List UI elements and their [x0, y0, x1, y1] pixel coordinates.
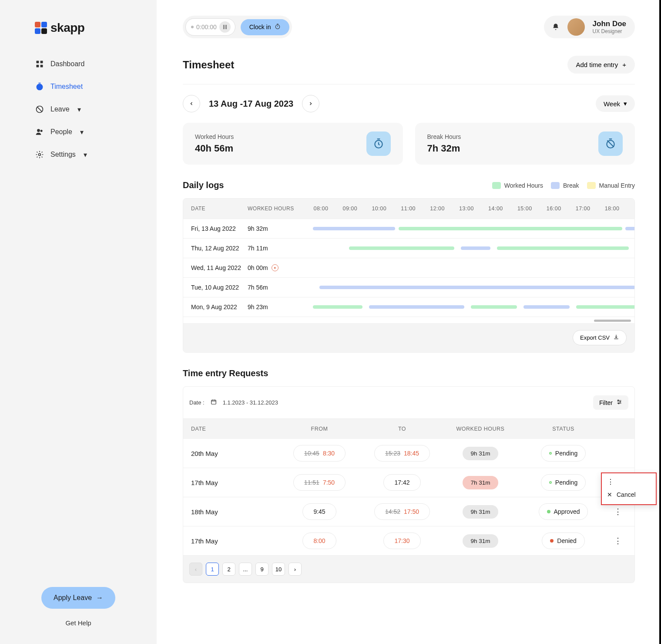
sidebar-item-leave[interactable]: Leave ▾ — [35, 101, 122, 118]
worked-hours-pill: 7h 31m — [463, 476, 498, 489]
stat-label: Worked Hours — [195, 133, 234, 140]
to-pill: 14:5217:50 — [374, 503, 430, 520]
worked-hours-pill: 9h 31m — [463, 505, 498, 519]
sidebar-item-label: Timesheet — [50, 83, 83, 91]
daily-log-row[interactable]: Tue, 10 Aug 20227h 56m — [183, 277, 634, 297]
date-filter-range[interactable]: 1.1.2023 - 31.12.2023 — [223, 399, 278, 406]
get-help-link[interactable]: Get Help — [65, 619, 91, 627]
page-title: Timesheet — [183, 59, 234, 71]
row-worked-hours: 7h 56m — [248, 284, 298, 291]
svg-rect-3 — [40, 65, 43, 67]
main-content: 0:00:00 Clock in John Doe UX Designer Ti… — [157, 0, 661, 644]
page-button[interactable]: 9 — [255, 563, 268, 576]
hour-label: 10:00 — [365, 206, 394, 212]
apply-leave-button[interactable]: Apply Leave → — [41, 587, 115, 609]
close-icon: ✕ — [607, 491, 612, 498]
timeline-bar — [298, 246, 627, 250]
svg-rect-1 — [40, 61, 43, 64]
arrow-right-icon: → — [96, 594, 103, 602]
request-date: 18th May — [191, 508, 278, 516]
page-button[interactable]: 1 — [206, 563, 219, 576]
prev-week-button[interactable] — [183, 95, 200, 112]
chevron-down-icon: ▾ — [77, 105, 81, 114]
cancel-label: Cancel — [617, 491, 636, 498]
record-dot-icon — [191, 26, 194, 28]
to-pill: 15:2318:45 — [374, 445, 430, 462]
clock-in-label: Clock in — [249, 24, 271, 30]
hour-label: 14:00 — [481, 206, 510, 212]
to-pill: 17:30 — [383, 533, 420, 549]
daily-log-row[interactable]: Mon, 9 Aug 20229h 23m — [183, 297, 634, 317]
daily-log-row[interactable]: Wed, 11 Aug 20220h 00m● — [183, 258, 634, 277]
page-next-button[interactable]: › — [289, 563, 302, 576]
stopwatch-icon — [366, 131, 391, 156]
export-csv-button[interactable]: Export CSV — [573, 330, 627, 345]
logo-icon — [35, 22, 47, 34]
row-worked-hours: 9h 32m — [248, 225, 298, 232]
page-button[interactable]: 2 — [222, 563, 235, 576]
sidebar-item-label: Settings — [50, 151, 76, 158]
to-pill: 17:42 — [383, 474, 420, 491]
request-date: 17th May — [191, 537, 278, 545]
pause-button[interactable] — [219, 21, 231, 33]
sidebar-item-timesheet[interactable]: Timesheet — [35, 78, 122, 95]
timeline-bar — [298, 266, 627, 270]
row-actions-popup: ⋮ ✕ Cancel — [601, 472, 657, 505]
status-pill: Pending — [541, 445, 586, 462]
more-icon[interactable]: ⋮ — [607, 478, 651, 486]
apply-leave-label: Apply Leave — [54, 594, 92, 602]
row-date: Mon, 9 Aug 2022 — [191, 303, 248, 310]
add-time-entry-button[interactable]: Add time entry + — [567, 56, 635, 74]
hour-label: 15:00 — [510, 206, 539, 212]
daily-log-row[interactable]: Thu, 12 Aug 20227h 11m — [183, 238, 634, 258]
avatar — [567, 18, 585, 36]
clock-in-button[interactable]: Clock in — [241, 19, 289, 35]
daily-logs-title: Daily logs — [183, 180, 224, 190]
cancel-action[interactable]: ✕ Cancel — [607, 491, 651, 498]
col-status: STATUS — [517, 426, 609, 432]
filter-label: Filter — [599, 399, 613, 406]
timer-group: 0:00:00 Clock in — [183, 16, 292, 38]
next-week-button[interactable] — [302, 95, 319, 112]
sidebar-item-dashboard[interactable]: Dashboard — [35, 56, 122, 72]
page-button[interactable]: ... — [239, 563, 252, 576]
bell-icon[interactable] — [552, 23, 560, 31]
timer-display: 0:00:00 — [185, 18, 235, 36]
request-date: 20th May — [191, 450, 278, 457]
row-menu-button[interactable]: ⋮ — [609, 537, 627, 545]
svg-rect-9 — [223, 25, 225, 29]
worked-hours-pill: 9h 31m — [463, 534, 498, 548]
date-range: 13 Aug -17 Aug 2023 — [209, 99, 293, 109]
svg-rect-14 — [211, 400, 216, 404]
hour-label: 16:00 — [539, 206, 568, 212]
daily-log-row[interactable]: Fri, 13 Aug 20229h 32m — [183, 219, 634, 238]
hour-label: 13:00 — [452, 206, 481, 212]
hour-label: 08:00 — [306, 206, 336, 212]
row-worked-hours: 0h 00m● — [248, 264, 298, 271]
request-row: 18th May 9:45 14:5217:50 9h 31m Approved… — [183, 497, 635, 526]
col-from: FROM — [278, 426, 361, 432]
sidebar-item-people[interactable]: People ▾ — [35, 124, 122, 140]
page-button[interactable]: 10 — [272, 563, 285, 576]
status-pill: Approved — [539, 503, 588, 520]
svg-rect-2 — [37, 65, 39, 67]
svg-point-17 — [618, 403, 619, 404]
sidebar-item-settings[interactable]: Settings ▾ — [35, 146, 122, 163]
horizontal-scrollbar[interactable] — [183, 317, 634, 323]
view-mode-select[interactable]: Week ▾ — [596, 95, 635, 112]
request-row: 20th May 10:458:30 15:2318:45 9h 31m Pen… — [183, 439, 635, 468]
sidebar-item-label: Leave — [50, 105, 70, 113]
break-icon — [598, 131, 623, 156]
leave-icon — [35, 105, 44, 114]
timeline-bar — [298, 227, 627, 230]
filter-button[interactable]: Filter — [593, 395, 628, 410]
legend-manual: Manual Entry — [599, 182, 635, 189]
page-prev-button[interactable]: ‹ — [189, 563, 202, 576]
export-label: Export CSV — [580, 334, 610, 341]
row-date: Fri, 13 Aug 2022 — [191, 225, 248, 232]
row-menu-button[interactable]: ⋮ — [609, 508, 627, 516]
timeline-bar — [298, 286, 627, 289]
profile-group[interactable]: John Doe UX Designer — [544, 16, 635, 38]
col-to: TO — [361, 426, 443, 432]
worked-hours-card: Worked Hours 40h 56m — [183, 123, 403, 165]
